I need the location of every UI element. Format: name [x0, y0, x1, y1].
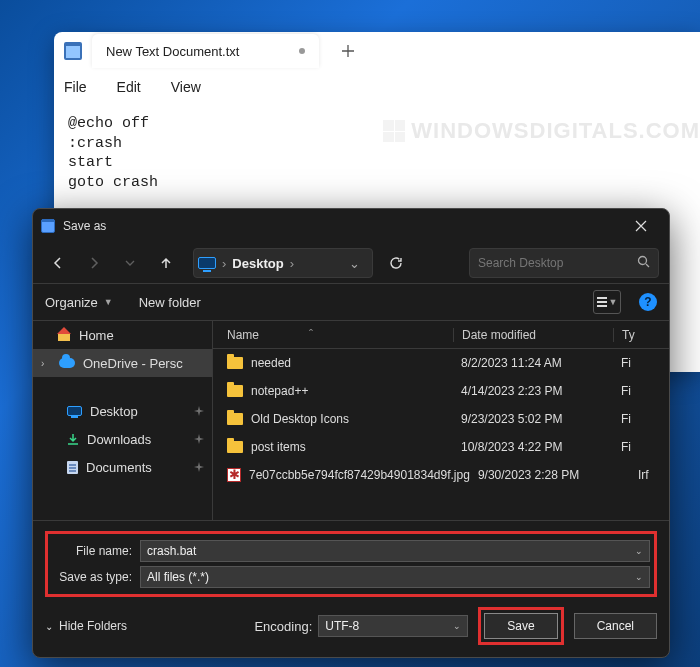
file-list-header: Name ˆ Date modified Ty: [213, 321, 669, 349]
notepad-icon: [41, 219, 55, 233]
menu-edit[interactable]: Edit: [117, 79, 141, 95]
dialog-bottom: File name: crash.bat ⌄ Save as type: All…: [33, 520, 669, 657]
download-icon: [67, 433, 79, 445]
file-type: Fi: [613, 440, 669, 454]
encoding-select[interactable]: UTF-8 ⌄: [318, 615, 468, 637]
navigation-pane: Home › OneDrive - Persc Desktop Download…: [33, 321, 213, 520]
back-button[interactable]: [43, 248, 73, 278]
chevron-down-icon: ⌄: [635, 546, 643, 556]
navigation-row: › Desktop › ⌄: [33, 243, 669, 283]
file-type: Fi: [613, 356, 669, 370]
menu-bar: File Edit View: [54, 70, 700, 104]
home-icon: [57, 329, 71, 341]
file-list-pane: Name ˆ Date modified Ty needed8/2/2023 1…: [213, 321, 669, 520]
folder-icon: [227, 413, 243, 425]
file-name-input[interactable]: crash.bat ⌄: [140, 540, 650, 562]
column-header-type[interactable]: Ty: [613, 328, 669, 342]
sidebar-item-home[interactable]: Home: [33, 321, 212, 349]
document-tab[interactable]: New Text Document.txt: [92, 34, 319, 68]
refresh-button[interactable]: [379, 248, 413, 278]
encoding-group: Encoding: UTF-8 ⌄: [254, 615, 468, 637]
file-name: Old Desktop Icons: [251, 412, 349, 426]
file-name: notepad++: [251, 384, 308, 398]
file-name-row: File name: crash.bat ⌄: [52, 538, 650, 564]
file-name: needed: [251, 356, 291, 370]
pin-icon: [194, 432, 204, 447]
new-tab-button[interactable]: [333, 36, 363, 66]
file-type: Irf: [630, 468, 669, 482]
save-as-type-select[interactable]: All files (*.*) ⌄: [140, 566, 650, 588]
up-button[interactable]: [151, 248, 181, 278]
menu-file[interactable]: File: [64, 79, 87, 95]
search-box[interactable]: [469, 248, 659, 278]
forward-button[interactable]: [79, 248, 109, 278]
highlight-box-save: Save: [478, 607, 563, 645]
dialog-body: Home › OneDrive - Persc Desktop Download…: [33, 320, 669, 520]
pin-icon: [194, 404, 204, 419]
file-date: 8/2/2023 11:24 AM: [453, 356, 613, 370]
help-button[interactable]: ?: [639, 293, 657, 311]
chevron-down-icon: ⌄: [45, 621, 53, 632]
search-input[interactable]: [478, 256, 629, 270]
windows-logo-icon: [383, 120, 405, 142]
desktop-icon: [67, 406, 82, 416]
sidebar-label: OneDrive - Persc: [83, 356, 183, 371]
file-type: Fi: [613, 384, 669, 398]
location-dropdown-button[interactable]: ⌄: [341, 256, 368, 271]
sidebar-item-downloads[interactable]: Downloads: [33, 425, 212, 453]
sidebar-label: Home: [79, 328, 114, 343]
cancel-button[interactable]: Cancel: [574, 613, 657, 639]
svg-point-0: [639, 257, 647, 265]
sidebar-item-documents[interactable]: Documents: [33, 453, 212, 481]
sidebar-label: Downloads: [87, 432, 151, 447]
menu-view[interactable]: View: [171, 79, 201, 95]
new-folder-button[interactable]: New folder: [139, 295, 201, 310]
folder-icon: [227, 441, 243, 453]
file-row[interactable]: notepad++4/14/2023 2:23 PMFi: [213, 377, 669, 405]
chevron-right-icon: ›: [41, 358, 51, 369]
action-row: ⌄ Hide Folders Encoding: UTF-8 ⌄ Save Ca…: [45, 607, 657, 645]
sidebar-item-desktop[interactable]: Desktop: [33, 397, 212, 425]
view-options-button[interactable]: ▼: [593, 290, 621, 314]
breadcrumb-desktop[interactable]: Desktop: [232, 256, 283, 271]
chevron-down-icon: ▼: [104, 297, 113, 307]
file-row[interactable]: Old Desktop Icons9/23/2023 5:02 PMFi: [213, 405, 669, 433]
location-bar[interactable]: › Desktop › ⌄: [193, 248, 373, 278]
file-date: 10/8/2023 4:22 PM: [453, 440, 613, 454]
sidebar-label: Documents: [86, 460, 152, 475]
file-date: 4/14/2023 2:23 PM: [453, 384, 613, 398]
chevron-right-icon: ›: [290, 256, 294, 271]
file-row[interactable]: 7e07ccbb5e794fcf87429b4901834d9f.jpg9/30…: [213, 461, 669, 489]
column-header-date[interactable]: Date modified: [453, 328, 613, 342]
documents-icon: [67, 461, 78, 474]
sidebar-label: Desktop: [90, 404, 138, 419]
recent-locations-button[interactable]: [115, 248, 145, 278]
hide-folders-button[interactable]: ⌄ Hide Folders: [45, 619, 127, 633]
file-rows: needed8/2/2023 11:24 AMFinotepad++4/14/2…: [213, 349, 669, 489]
onedrive-icon: [59, 358, 75, 368]
toolbar: Organize ▼ New folder ▼ ?: [33, 284, 669, 320]
file-type: Fi: [613, 412, 669, 426]
file-row[interactable]: post items10/8/2023 4:22 PMFi: [213, 433, 669, 461]
highlight-box-fields: File name: crash.bat ⌄ Save as type: All…: [45, 531, 657, 597]
save-as-type-label: Save as type:: [52, 570, 132, 584]
image-file-icon: [227, 468, 241, 482]
pin-icon: [194, 460, 204, 475]
file-date: 9/23/2023 5:02 PM: [453, 412, 613, 426]
search-icon: [637, 255, 650, 271]
column-header-name[interactable]: Name ˆ: [213, 328, 453, 342]
file-name: 7e07ccbb5e794fcf87429b4901834d9f.jpg: [249, 468, 470, 482]
organize-menu[interactable]: Organize ▼: [45, 295, 113, 310]
chevron-down-icon: ▼: [609, 297, 618, 307]
watermark: WINDOWSDIGITALS.COM: [383, 118, 700, 144]
tab-title: New Text Document.txt: [106, 44, 239, 59]
file-row[interactable]: needed8/2/2023 11:24 AMFi: [213, 349, 669, 377]
save-button[interactable]: Save: [484, 613, 557, 639]
sidebar-item-onedrive[interactable]: › OneDrive - Persc: [33, 349, 212, 377]
desktop-icon: [198, 257, 216, 269]
file-name: post items: [251, 440, 306, 454]
dialog-title: Save as: [63, 219, 106, 233]
file-name-label: File name:: [52, 544, 132, 558]
folder-icon: [227, 385, 243, 397]
close-button[interactable]: [621, 211, 661, 241]
